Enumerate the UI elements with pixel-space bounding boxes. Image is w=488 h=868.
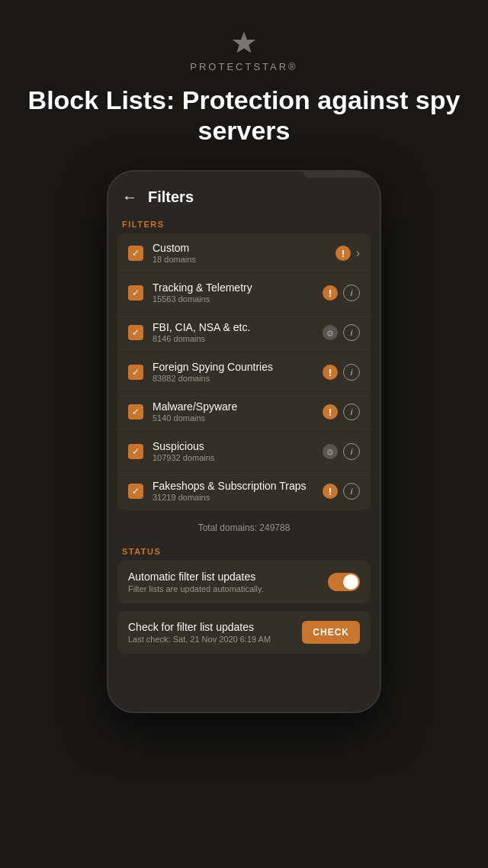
- filter-domains-foreign: 83882 domains: [152, 374, 322, 383]
- check-button[interactable]: CHECK: [302, 621, 360, 644]
- check-icon: ✓: [132, 327, 140, 338]
- filter-text-fakeshops: Fakeshops & Subscription Traps 31219 dom…: [152, 480, 322, 502]
- filters-section-label: FILTERS: [108, 214, 380, 233]
- filter-item-suspicious[interactable]: ✓ Suspicious 107932 domains ⚙ i: [117, 432, 371, 471]
- filter-item-custom[interactable]: ✓ Custom 18 domains ! ›: [117, 233, 371, 273]
- info-icon-fbi[interactable]: i: [343, 324, 360, 341]
- filter-icons-suspicious: ⚙ i: [322, 443, 360, 460]
- checkbox-fakeshops[interactable]: ✓: [128, 484, 143, 499]
- toggle-knob: [343, 574, 358, 590]
- checkbox-suspicious[interactable]: ✓: [128, 444, 143, 459]
- gear-icon-suspicious: ⚙: [322, 443, 339, 460]
- status-row-check: Check for filter list updates Last check…: [128, 621, 360, 644]
- filter-name-tracking: Tracking & Telemetry: [152, 281, 322, 294]
- checkbox-foreign[interactable]: ✓: [128, 365, 143, 380]
- svg-text:⚙: ⚙: [326, 328, 334, 337]
- status-text-check: Check for filter list updates Last check…: [128, 621, 302, 644]
- top-bar: ← Filters: [108, 178, 380, 214]
- filter-name-custom: Custom: [152, 242, 335, 254]
- status-text-auto: Automatic filter list updates Filter lis…: [128, 571, 328, 593]
- phone-bottom: [108, 661, 380, 677]
- info-icon-fakeshops[interactable]: i: [343, 483, 360, 500]
- filter-text-foreign: Foreign Spying Countries 83882 domains: [152, 361, 322, 383]
- filter-domains-fakeshops: 31219 domains: [152, 493, 322, 502]
- filter-icons-malware: ! i: [322, 403, 360, 420]
- check-icon: ✓: [132, 446, 140, 457]
- filter-text-malware: Malware/Spyware 5140 domains: [152, 400, 322, 423]
- filter-domains-suspicious: 107932 domains: [152, 453, 322, 462]
- filter-domains-custom: 18 domains: [152, 255, 335, 264]
- filter-text-custom: Custom 18 domains: [152, 242, 335, 264]
- star-icon: [230, 29, 258, 56]
- warning-icon-foreign: !: [322, 364, 339, 381]
- warning-icon-tracking: !: [322, 285, 339, 301]
- checkbox-fbi[interactable]: ✓: [128, 325, 143, 340]
- status-item-auto-update: Automatic filter list updates Filter lis…: [117, 561, 371, 603]
- status-item-check-update: Check for filter list updates Last check…: [117, 611, 371, 654]
- svg-text:!: !: [342, 248, 345, 259]
- checkbox-custom[interactable]: ✓: [128, 246, 143, 261]
- auto-update-toggle[interactable]: [328, 573, 360, 591]
- status-subtitle-auto: Filter lists are updated automatically.: [128, 584, 328, 593]
- svg-marker-0: [233, 32, 256, 53]
- checkbox-tracking[interactable]: ✓: [128, 285, 143, 301]
- svg-text:!: !: [329, 486, 332, 497]
- check-icon: ✓: [132, 248, 140, 259]
- info-icon-malware[interactable]: i: [343, 403, 360, 420]
- filter-text-suspicious: Suspicious 107932 domains: [152, 440, 322, 462]
- gear-icon-fbi: ⚙: [322, 324, 339, 341]
- filter-item-malware[interactable]: ✓ Malware/Spyware 5140 domains ! i: [117, 392, 371, 432]
- checkbox-malware[interactable]: ✓: [128, 404, 143, 420]
- logo-area: PROTECTSTAR®: [190, 29, 297, 72]
- status-section-label: STATUS: [108, 541, 380, 561]
- filter-icons-fbi: ⚙ i: [322, 324, 360, 341]
- filter-domains-tracking: 15563 domains: [152, 294, 322, 304]
- filter-item-fakeshops[interactable]: ✓ Fakeshops & Subscription Traps 31219 d…: [117, 471, 371, 510]
- filter-domains-fbi: 8146 domains: [152, 334, 322, 343]
- total-domains: Total domains: 249788: [108, 518, 380, 541]
- filter-text-tracking: Tracking & Telemetry 15563 domains: [152, 281, 322, 304]
- check-icon: ✓: [132, 407, 140, 417]
- warning-icon-custom: !: [335, 245, 352, 262]
- filter-item-foreign[interactable]: ✓ Foreign Spying Countries 83882 domains…: [117, 352, 371, 392]
- filter-item-fbi[interactable]: ✓ FBI, CIA, NSA & etc. 8146 domains ⚙ i: [117, 313, 371, 352]
- filter-name-malware: Malware/Spyware: [152, 400, 322, 413]
- filter-icons-foreign: ! i: [322, 364, 360, 381]
- screen-title: Filters: [148, 188, 194, 206]
- filter-text-fbi: FBI, CIA, NSA & etc. 8146 domains: [152, 321, 322, 343]
- filter-icons-custom: ! ›: [335, 245, 360, 262]
- header: PROTECTSTAR® Block Lists: Protection aga…: [0, 0, 488, 170]
- filter-item-tracking[interactable]: ✓ Tracking & Telemetry 15563 domains ! i: [117, 273, 371, 313]
- arrow-icon-custom: ›: [356, 246, 360, 260]
- check-icon: ✓: [132, 367, 140, 378]
- filter-name-fakeshops: Fakeshops & Subscription Traps: [152, 480, 322, 492]
- svg-text:!: !: [329, 367, 332, 378]
- info-icon-tracking[interactable]: i: [343, 285, 360, 301]
- app-content: ← Filters FILTERS ✓ Custom 18 domains: [108, 178, 380, 712]
- status-subtitle-check: Last check: Sat, 21 Nov 2020 6:19 AM: [128, 635, 302, 644]
- check-icon: ✓: [132, 288, 140, 298]
- phone-mockup: ← Filters FILTERS ✓ Custom 18 domains: [107, 170, 381, 713]
- back-button[interactable]: ←: [122, 188, 137, 206]
- check-icon: ✓: [132, 486, 140, 497]
- svg-text:⚙: ⚙: [326, 447, 334, 456]
- info-icon-foreign[interactable]: i: [343, 364, 360, 381]
- brand-name: PROTECTSTAR®: [190, 61, 297, 72]
- filter-name-fbi: FBI, CIA, NSA & etc.: [152, 321, 322, 333]
- filter-icons-tracking: ! i: [322, 285, 360, 301]
- filter-list: ✓ Custom 18 domains ! ›: [117, 233, 371, 510]
- info-icon-suspicious[interactable]: i: [343, 443, 360, 460]
- svg-text:!: !: [329, 407, 332, 418]
- filter-name-foreign: Foreign Spying Countries: [152, 361, 322, 373]
- filter-icons-fakeshops: ! i: [322, 483, 360, 500]
- status-row-auto: Automatic filter list updates Filter lis…: [128, 571, 360, 593]
- filter-domains-malware: 5140 domains: [152, 413, 322, 423]
- status-title-auto: Automatic filter list updates: [128, 571, 328, 583]
- warning-icon-malware: !: [322, 403, 339, 420]
- page-headline: Block Lists: Protection against spy serv…: [0, 85, 488, 146]
- warning-icon-fakeshops: !: [322, 483, 339, 500]
- svg-text:!: !: [329, 288, 332, 299]
- filter-name-suspicious: Suspicious: [152, 440, 322, 452]
- status-title-check: Check for filter list updates: [128, 621, 302, 633]
